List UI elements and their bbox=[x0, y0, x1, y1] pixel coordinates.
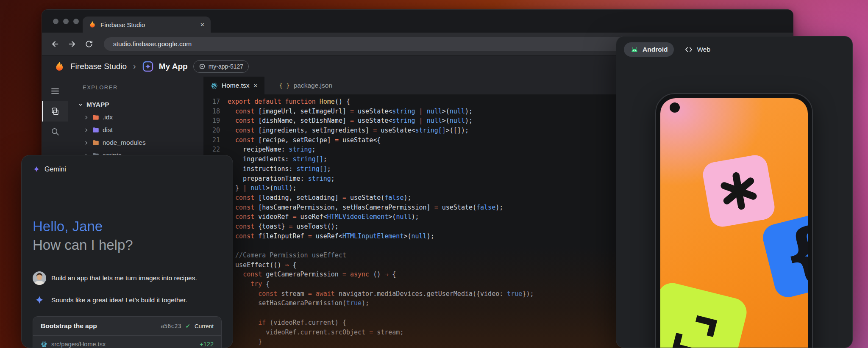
app-name: My App bbox=[159, 62, 188, 71]
status-badge: Current bbox=[195, 323, 214, 329]
explorer-title: EXPLORER bbox=[83, 84, 203, 91]
file-path: src/pages/Home.tsx bbox=[51, 341, 106, 348]
tree-item-label: dist bbox=[103, 126, 113, 134]
chevron-right-icon bbox=[83, 127, 89, 133]
forward-icon[interactable] bbox=[65, 37, 79, 51]
greeting-line-2: How can I help? bbox=[33, 236, 222, 254]
window-control-dot[interactable] bbox=[53, 19, 58, 24]
editor-tab-package-json[interactable]: { } package.json bbox=[272, 77, 339, 94]
user-message-text: Build an app that lets me turn images in… bbox=[51, 274, 197, 282]
task-card[interactable]: Bootstrap the app a56c23 ✓ Current src/p… bbox=[33, 316, 222, 348]
editor-tab-home-tsx[interactable]: Home.tsx ✕ bbox=[204, 77, 264, 94]
browser-titlebar: Firebase Studio ✕ bbox=[42, 10, 793, 33]
greeting-line-1: Hello, Jane bbox=[33, 217, 222, 236]
brackets-icon bbox=[660, 299, 731, 348]
task-card-meta: a56c23 ✓ Current bbox=[161, 323, 214, 329]
braces-icon: { } bbox=[279, 82, 289, 89]
line-number: 17 bbox=[204, 97, 228, 107]
tree-item-label: node_modules bbox=[103, 139, 146, 146]
window-control-dot[interactable] bbox=[63, 19, 69, 24]
window-controls bbox=[53, 19, 79, 24]
file-tree: MYAPP .idx dist node bbox=[68, 98, 203, 162]
line-number: 18 bbox=[204, 107, 228, 116]
gemini-panel: Gemini Hello, Jane How can I help? Build… bbox=[21, 155, 233, 348]
back-icon[interactable] bbox=[48, 37, 62, 51]
line-number: 19 bbox=[204, 116, 228, 126]
scene: Firebase Studio ✕ studio.firebase.google… bbox=[0, 0, 868, 348]
chevron-down-icon bbox=[78, 102, 83, 108]
task-card-file-row[interactable]: src/pages/Home.tsx +122 bbox=[33, 335, 221, 348]
diff-count: +122 bbox=[200, 341, 214, 348]
line-number: 22 bbox=[204, 145, 228, 155]
browser-tab-title: Firebase Studio bbox=[100, 21, 196, 28]
phone-screen[interactable]: { bbox=[660, 98, 808, 348]
gemini-header: Gemini bbox=[33, 166, 222, 173]
react-icon bbox=[41, 341, 47, 348]
chat-message-gemini: Sounds like a great idea! Let's build it… bbox=[33, 293, 222, 307]
line-number: 21 bbox=[204, 135, 228, 145]
reload-icon[interactable] bbox=[82, 37, 96, 51]
folder-icon bbox=[92, 139, 100, 146]
asterisk-icon bbox=[713, 166, 764, 216]
chat-messages: Build an app that lets me turn images in… bbox=[33, 271, 222, 307]
tree-item-dist[interactable]: dist bbox=[68, 124, 203, 136]
chevron-right-icon bbox=[83, 115, 89, 120]
firebase-flame-icon bbox=[54, 61, 65, 72]
menu-icon bbox=[50, 86, 60, 96]
line-number: 20 bbox=[204, 126, 228, 135]
search-icon bbox=[50, 127, 60, 136]
editor-tab-label: package.json bbox=[294, 82, 332, 89]
folder-icon bbox=[92, 113, 100, 121]
search-button[interactable] bbox=[42, 122, 68, 142]
close-icon[interactable]: ✕ bbox=[253, 83, 258, 88]
app-id-label: my-app-5127 bbox=[209, 63, 244, 70]
firebase-flame-icon bbox=[89, 21, 96, 28]
menu-button[interactable] bbox=[42, 81, 68, 101]
phone-mockup: { bbox=[655, 93, 813, 348]
platform-toggles: Android Web bbox=[624, 42, 717, 57]
tree-item-node-modules[interactable]: node_modules bbox=[68, 136, 203, 149]
react-icon bbox=[211, 82, 218, 89]
tree-root-label: MYAPP bbox=[86, 101, 109, 108]
android-icon bbox=[630, 47, 639, 52]
url-text: studio.firebase.google.com bbox=[113, 40, 192, 48]
files-icon bbox=[50, 107, 60, 116]
toggle-android-label: Android bbox=[643, 46, 668, 53]
blue-sticker: { bbox=[760, 210, 808, 300]
check-icon: ✓ bbox=[186, 323, 190, 329]
editor-tab-label: Home.tsx bbox=[222, 82, 249, 89]
toggle-android[interactable]: Android bbox=[624, 42, 674, 57]
gemini-title: Gemini bbox=[45, 166, 66, 173]
folder-icon bbox=[92, 126, 100, 134]
files-button[interactable] bbox=[42, 101, 68, 122]
tree-item-label: .idx bbox=[103, 113, 113, 121]
code-brackets-icon bbox=[684, 45, 693, 54]
window-control-dot[interactable] bbox=[73, 19, 79, 24]
green-sticker bbox=[660, 280, 750, 348]
tree-root[interactable]: MYAPP bbox=[68, 98, 203, 111]
chevron-right-icon bbox=[83, 140, 89, 146]
task-card-title: Bootstrap the app bbox=[41, 322, 97, 330]
app-icon bbox=[142, 61, 153, 72]
commit-hash: a56c23 bbox=[161, 323, 181, 329]
chat-message-user: Build an app that lets me turn images in… bbox=[33, 271, 222, 285]
tree-item-idx[interactable]: .idx bbox=[68, 111, 203, 124]
camera-punch-hole bbox=[670, 102, 680, 113]
prototype-icon bbox=[199, 63, 206, 70]
browser-tab[interactable]: Firebase Studio ✕ bbox=[83, 17, 211, 33]
pink-sticker bbox=[701, 153, 776, 229]
curly-brace-glyph: { bbox=[775, 217, 808, 289]
gemini-greeting: Hello, Jane How can I help? bbox=[33, 217, 222, 254]
gemini-message-text: Sounds like a great idea! Let's build it… bbox=[51, 296, 187, 304]
gemini-sparkle-icon bbox=[33, 293, 46, 307]
toggle-web-label: Web bbox=[697, 46, 710, 53]
device-preview-panel: Android Web { bbox=[616, 36, 853, 348]
brand-title: Firebase Studio bbox=[70, 62, 127, 71]
app-id-badge[interactable]: my-app-5127 bbox=[193, 60, 249, 73]
gemini-sparkle-icon bbox=[33, 166, 40, 173]
task-card-header: Bootstrap the app a56c23 ✓ Current bbox=[33, 317, 221, 335]
breadcrumb-separator: › bbox=[133, 61, 136, 71]
avatar bbox=[33, 271, 46, 285]
toggle-web[interactable]: Web bbox=[678, 42, 717, 57]
close-icon[interactable]: ✕ bbox=[200, 22, 205, 28]
